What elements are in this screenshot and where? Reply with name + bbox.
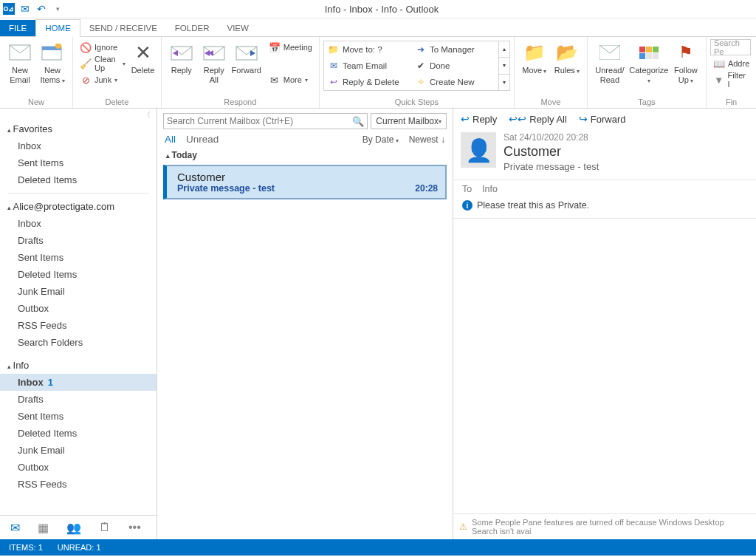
quickstep-moveto[interactable]: 📁Move to: ? bbox=[324, 41, 411, 58]
sort-order-toggle[interactable]: Newest ↓ bbox=[409, 134, 445, 145]
ribbon-group-move: 📁Move 📂Rules Move bbox=[515, 37, 588, 108]
address-book-icon: 📖 bbox=[713, 58, 725, 69]
send-receive-qat-icon[interactable]: ✉ bbox=[19, 3, 31, 15]
tab-file[interactable]: FILE bbox=[0, 20, 35, 36]
reading-reply-button[interactable]: ↩Reply bbox=[461, 113, 497, 125]
nav-a1-outbox[interactable]: Outbox bbox=[0, 300, 157, 317]
tasks-view-icon[interactable]: 🗒 bbox=[99, 521, 111, 534]
ribbon-group-delete: 🚫Ignore 🧹Clean Up ⊘Junk ✕ Delete Delete bbox=[73, 37, 162, 108]
nav-a1-search[interactable]: Search Folders bbox=[0, 334, 157, 351]
email-from: Customer bbox=[504, 144, 749, 160]
quicksteps-expand[interactable]: ▾ bbox=[499, 75, 509, 90]
filter-email-button[interactable]: ▼Filter I bbox=[710, 72, 752, 88]
reply-all-button[interactable]: Reply All bbox=[198, 39, 230, 86]
email-to-line: To Info bbox=[453, 180, 756, 198]
cleanup-icon: 🧹 bbox=[80, 58, 92, 69]
new-email-button[interactable]: New Email bbox=[4, 39, 36, 86]
folder-move-icon: 📁 bbox=[329, 44, 339, 55]
sender-avatar: 👤 bbox=[461, 132, 496, 168]
nav-a2-outbox[interactable]: Outbox bbox=[0, 459, 157, 476]
search-icon[interactable]: 🔍 bbox=[352, 116, 364, 127]
list-group-today[interactable]: Today bbox=[157, 148, 453, 163]
meeting-button[interactable]: 📅Meeting bbox=[266, 39, 315, 55]
unread-read-button[interactable]: Unread/ Read bbox=[591, 39, 628, 86]
clean-up-button[interactable]: 🧹Clean Up bbox=[77, 55, 128, 72]
categorize-button[interactable]: Categorize bbox=[628, 39, 670, 86]
quickstep-reply-delete[interactable]: ↩Reply & Delete bbox=[324, 74, 411, 90]
delete-button[interactable]: ✕ Delete bbox=[128, 39, 157, 77]
tab-home[interactable]: HOME bbox=[35, 19, 80, 37]
undo-qat-icon[interactable]: ↶ bbox=[35, 3, 47, 15]
follow-up-button[interactable]: ⚑Follow Up bbox=[670, 39, 702, 86]
more-views-icon[interactable]: ••• bbox=[128, 521, 141, 534]
nav-a1-drafts[interactable]: Drafts bbox=[0, 232, 157, 249]
tab-send-receive[interactable]: SEND / RECEIVE bbox=[80, 20, 166, 36]
quicksteps-scroll-up[interactable]: ▴ bbox=[499, 41, 509, 58]
nav-fav-inbox[interactable]: Inbox bbox=[0, 137, 157, 154]
calendar-view-icon[interactable]: ▦ bbox=[38, 521, 49, 535]
reply-button[interactable]: Reply bbox=[165, 39, 198, 77]
tab-folder[interactable]: FOLDER bbox=[166, 20, 219, 36]
new-items-button[interactable]: New Items bbox=[36, 39, 69, 86]
rules-button[interactable]: 📂Rules bbox=[551, 39, 583, 77]
nav-section-account2[interactable]: Info bbox=[0, 357, 157, 374]
people-view-icon[interactable]: 👥 bbox=[66, 521, 81, 535]
status-unread-count: UNREAD: 1 bbox=[58, 543, 101, 552]
nav-fav-sent[interactable]: Sent Items bbox=[0, 154, 157, 171]
search-input-field[interactable] bbox=[167, 116, 352, 126]
filter-unread[interactable]: Unread bbox=[186, 134, 219, 145]
reply-delete-icon: ↩ bbox=[329, 77, 339, 87]
nav-a1-deleted[interactable]: Deleted Items bbox=[0, 266, 157, 283]
quickstep-to-manager[interactable]: ➜To Manager bbox=[411, 41, 498, 58]
tab-view[interactable]: VIEW bbox=[218, 20, 257, 36]
filter-all[interactable]: All bbox=[165, 134, 176, 145]
ribbon-group-find: Search Pe 📖Addre ▼Filter I Fin bbox=[707, 37, 756, 108]
address-book-button[interactable]: 📖Addre bbox=[710, 55, 752, 72]
move-button[interactable]: 📁Move bbox=[518, 39, 551, 77]
forward-button[interactable]: Forward bbox=[230, 39, 263, 77]
sort-by-dropdown[interactable]: By Date bbox=[362, 134, 399, 145]
junk-button[interactable]: ⊘Junk bbox=[77, 72, 128, 88]
nav-a1-rss[interactable]: RSS Feeds bbox=[0, 317, 157, 334]
team-email-icon: ✉ bbox=[329, 61, 339, 71]
search-mailbox-input[interactable]: 🔍 bbox=[163, 113, 368, 129]
qat-customize-icon[interactable]: ▾ bbox=[52, 3, 63, 15]
nav-a2-deleted[interactable]: Deleted Items bbox=[0, 425, 157, 442]
email-body bbox=[453, 219, 756, 513]
nav-a1-sent[interactable]: Sent Items bbox=[0, 249, 157, 266]
nav-a2-sent[interactable]: Sent Items bbox=[0, 408, 157, 425]
reading-reply-all-button[interactable]: ↩↩Reply All bbox=[509, 113, 567, 125]
main-area: 〈 Favorites Inbox Sent Items Deleted Ite… bbox=[0, 109, 756, 539]
message-time: 20:28 bbox=[415, 183, 438, 194]
collapse-nav-icon[interactable]: 〈 bbox=[0, 109, 157, 120]
nav-a2-junk[interactable]: Junk Email bbox=[0, 442, 157, 459]
quickstep-create-new[interactable]: ✧Create New bbox=[411, 74, 498, 90]
ribbon-tabs: FILE HOME SEND / RECEIVE FOLDER VIEW bbox=[0, 18, 756, 37]
move-folder-icon: 📁 bbox=[523, 41, 546, 64]
delete-icon: ✕ bbox=[131, 41, 155, 64]
nav-section-account1[interactable]: Alice@protectigate.com bbox=[0, 198, 157, 215]
status-item-count: ITEMS: 1 bbox=[9, 543, 43, 552]
quicksteps-scroll-down[interactable]: ▾ bbox=[499, 58, 509, 74]
categorize-icon bbox=[637, 41, 661, 64]
ignore-button[interactable]: 🚫Ignore bbox=[77, 39, 128, 55]
title-bar: O⊿ ✉ ↶ ▾ Info - Inbox - Info - Outlook bbox=[0, 0, 756, 18]
nav-section-favorites[interactable]: Favorites bbox=[0, 120, 157, 137]
more-respond-button[interactable]: ✉More bbox=[266, 72, 315, 88]
nav-a1-junk[interactable]: Junk Email bbox=[0, 283, 157, 300]
search-scope-dropdown[interactable]: Current Mailbox bbox=[371, 113, 447, 129]
quickstep-team-email[interactable]: ✉Team Email bbox=[324, 58, 411, 74]
nav-a1-inbox[interactable]: Inbox bbox=[0, 215, 157, 232]
search-people-input[interactable]: Search Pe bbox=[710, 39, 751, 55]
folder-nav: 〈 Favorites Inbox Sent Items Deleted Ite… bbox=[0, 109, 157, 539]
nav-a2-rss[interactable]: RSS Feeds bbox=[0, 476, 157, 493]
nav-a2-drafts[interactable]: Drafts bbox=[0, 391, 157, 408]
message-item[interactable]: Customer Private message - test 20:28 bbox=[163, 165, 447, 199]
mail-view-icon[interactable]: ✉ bbox=[10, 521, 20, 535]
reading-forward-button[interactable]: ↪Forward bbox=[579, 113, 626, 125]
more-icon: ✉ bbox=[269, 74, 281, 86]
nav-fav-deleted[interactable]: Deleted Items bbox=[0, 171, 157, 188]
quickstep-done[interactable]: ✔Done bbox=[411, 58, 498, 74]
message-subject: Private message - test bbox=[177, 183, 438, 194]
nav-a2-inbox[interactable]: Inbox1 bbox=[0, 374, 157, 391]
